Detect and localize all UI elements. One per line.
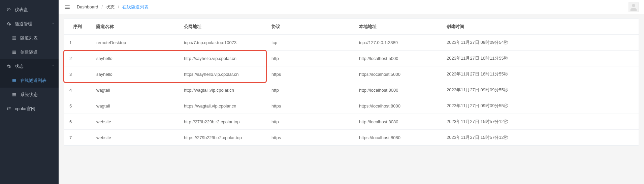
cell-proto: http	[266, 51, 354, 66]
table-icon	[11, 35, 17, 41]
col-public: 公网地址	[179, 19, 266, 35]
table-row[interactable]: 5wagtailhttps://wagtail.vip.cpolar.cnhtt…	[64, 98, 639, 114]
table-row[interactable]: 7websitehttps://279b229b.r2.cpolar.topht…	[64, 130, 639, 146]
cell-proto: https	[266, 66, 354, 82]
cell-seq: 7	[64, 130, 91, 146]
chevron-up-icon: ˄	[52, 65, 54, 68]
table-row[interactable]: 6websitehttp://279b229b.r2.cpolar.tophtt…	[64, 114, 639, 130]
sidebar-item-cpolar-site[interactable]: cpolar官网	[0, 102, 59, 116]
cell-local: http://localhost:8080	[354, 114, 441, 130]
cell-ctime: 2023年11月27日 16时11分55秒	[441, 66, 639, 82]
cell-name: website	[91, 114, 179, 130]
cell-local: http://localhost:8000	[354, 82, 441, 98]
sidebar-item-online-tunnels[interactable]: 在线隧道列表	[0, 73, 59, 88]
cell-ctime: 2023年11月27日 09时09分55秒	[441, 82, 639, 98]
sidebar-item-label: 在线隧道列表	[20, 78, 46, 84]
sidebar-item-tunnel-list[interactable]: 隧道列表	[0, 31, 59, 45]
cell-proto: http	[266, 114, 354, 130]
breadcrumb-current: 在线隧道列表	[122, 4, 149, 9]
cell-seq: 6	[64, 114, 91, 130]
cell-seq: 5	[64, 98, 91, 114]
cell-ctime: 2023年11月27日 15时57分12秒	[441, 114, 639, 130]
sidebar-item-label: 隧道列表	[20, 35, 38, 41]
sidebar-item-dashboard[interactable]: 仪表盘	[0, 3, 59, 17]
sidebar-item-label: 隧道管理	[15, 21, 32, 27]
cell-seq: 4	[64, 82, 91, 98]
sidebar-item-tunnel-mgmt[interactable]: 隧道管理 ˄	[0, 17, 59, 31]
sidebar-item-label: 状态	[15, 63, 24, 69]
cell-local: https://localhost:8080	[354, 130, 441, 146]
avatar[interactable]	[629, 2, 639, 12]
cell-name: website	[91, 130, 179, 146]
table-icon	[11, 50, 17, 55]
sidebar-item-tunnel-create[interactable]: 创建隧道	[0, 45, 59, 59]
sidebar-item-label: cpolar官网	[15, 106, 35, 112]
cell-proto: https	[266, 98, 354, 114]
cell-ctime: 2023年11月27日 15时57分12秒	[441, 130, 639, 146]
cell-public: https://wagtail.vip.cpolar.cn	[179, 98, 266, 114]
table-icon	[11, 78, 17, 83]
sidebar-item-status[interactable]: 状态 ˄	[0, 59, 59, 73]
cell-ctime: 2023年11月27日 09时09分54秒	[441, 35, 639, 51]
sidebar: 仪表盘 隧道管理 ˄ 隧道列表 创建隧道 状态	[0, 0, 59, 184]
external-link-icon	[6, 106, 11, 112]
table-row[interactable]: 3sayhellohttps://sayhello.vip.cpolar.cnh…	[64, 66, 639, 82]
cell-seq: 1	[64, 35, 91, 51]
sidebar-item-system-status[interactable]: 系统状态	[0, 88, 59, 102]
cell-local: tcp://127.0.0.1:3389	[354, 35, 441, 51]
cell-proto: http	[266, 82, 354, 98]
topbar: Dashboard / 状态 / 在线隧道列表	[59, 0, 644, 14]
cell-public: http://sayhello.vip.cpolar.cn	[179, 51, 266, 66]
cell-ctime: 2023年11月27日 09时09分55秒	[441, 98, 639, 114]
cell-local: http://localhost:5000	[354, 51, 441, 66]
cell-public: https://sayhello.vip.cpolar.cn	[179, 66, 266, 82]
gear-icon	[6, 21, 11, 27]
cell-public: http://wagtail.vip.cpolar.cn	[179, 82, 266, 98]
table-icon	[11, 92, 17, 97]
breadcrumb-sep: /	[118, 4, 119, 9]
col-proto: 协议	[266, 19, 354, 35]
col-name: 隧道名称	[91, 19, 179, 35]
col-local: 本地地址	[354, 19, 441, 35]
cell-ctime: 2023年11月27日 16时11分55秒	[441, 51, 639, 66]
cell-proto: https	[266, 130, 354, 146]
table-row[interactable]: 4wagtailhttp://wagtail.vip.cpolar.cnhttp…	[64, 82, 639, 98]
cell-public: https://279b229b.r2.cpolar.top	[179, 130, 266, 146]
cell-proto: tcp	[266, 35, 354, 51]
cell-name: remoteDesktop	[91, 35, 179, 51]
col-ctime: 创建时间	[441, 19, 639, 35]
cell-local: https://localhost:8000	[354, 98, 441, 114]
tunnels-table: 序列 隧道名称 公网地址 协议 本地地址 创建时间 1remoteDesktop…	[64, 19, 639, 146]
cell-local: https://localhost:5000	[354, 66, 441, 82]
sidebar-item-label: 创建隧道	[20, 49, 38, 55]
gauge-icon	[6, 7, 11, 12]
breadcrumb-dashboard[interactable]: Dashboard	[77, 4, 98, 9]
table-row[interactable]: 1remoteDesktoptcp://7.tcp.cpolar.top:100…	[64, 35, 639, 51]
cell-name: wagtail	[91, 98, 179, 114]
cell-name: sayhello	[91, 66, 179, 82]
breadcrumb-sep: /	[101, 4, 103, 9]
cell-name: wagtail	[91, 82, 179, 98]
cell-seq: 2	[64, 51, 91, 66]
table-row[interactable]: 2sayhellohttp://sayhello.vip.cpolar.cnht…	[64, 51, 639, 66]
cell-public: tcp://7.tcp.cpolar.top:10073	[179, 35, 266, 51]
gear-icon	[6, 64, 11, 69]
breadcrumb: Dashboard / 状态 / 在线隧道列表	[77, 4, 149, 10]
sidebar-item-label: 仪表盘	[15, 7, 28, 13]
cell-seq: 3	[64, 66, 91, 82]
breadcrumb-status[interactable]: 状态	[106, 4, 115, 9]
cell-name: sayhello	[91, 51, 179, 66]
chevron-up-icon: ˄	[52, 22, 54, 26]
sidebar-item-label: 系统状态	[20, 92, 38, 98]
table-header-row: 序列 隧道名称 公网地址 协议 本地地址 创建时间	[64, 19, 639, 35]
cell-public: http://279b229b.r2.cpolar.top	[179, 114, 266, 130]
menu-toggle-icon[interactable]	[64, 4, 71, 10]
col-seq: 序列	[64, 19, 91, 35]
